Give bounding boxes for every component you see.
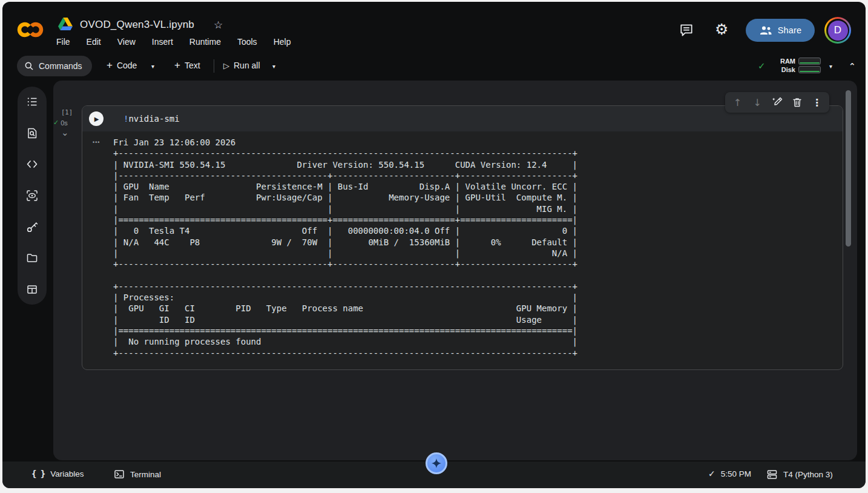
output-options-icon[interactable]: ••• bbox=[93, 139, 100, 145]
gemini-button[interactable] bbox=[426, 452, 447, 474]
code-text: nvidia-smi bbox=[128, 114, 179, 124]
code-snippets-icon[interactable] bbox=[25, 157, 39, 171]
saved-check-icon: ✓ bbox=[708, 469, 715, 478]
code-cell: ▶ !nvidia-smi ••• Fri Jan 23 12:06:00 20… bbox=[82, 105, 843, 370]
notebook-title[interactable]: OVOD_Qwen3-VL.ipynb bbox=[80, 19, 194, 31]
execution-time: 0s bbox=[61, 119, 68, 127]
ram-label: RAM bbox=[778, 58, 795, 65]
menu-insert[interactable]: Insert bbox=[152, 37, 173, 47]
play-icon: ▶ bbox=[94, 116, 99, 122]
gemini-spark-icon bbox=[431, 458, 442, 469]
connected-check-icon: ✓ bbox=[758, 61, 766, 71]
execution-status: ✓ 0s bbox=[53, 119, 68, 127]
collapse-output-icon[interactable]: ⌄ bbox=[61, 127, 69, 138]
add-text-button[interactable]: + Text bbox=[174, 61, 200, 70]
run-all-caret-icon[interactable]: ▾ bbox=[272, 63, 275, 70]
success-check-icon: ✓ bbox=[53, 119, 59, 127]
menu-file[interactable]: File bbox=[56, 37, 70, 47]
colab-logo[interactable] bbox=[16, 17, 44, 42]
search-icon bbox=[24, 61, 34, 71]
secrets-key-icon[interactable] bbox=[25, 220, 39, 234]
settings-gear-icon[interactable]: ⚙ bbox=[715, 22, 728, 37]
runtime-selector[interactable]: T4 (Python 3) bbox=[766, 469, 833, 480]
resources-indicator[interactable]: RAM Disk bbox=[778, 58, 821, 73]
code-line[interactable]: !nvidia-smi bbox=[123, 114, 180, 124]
resources-caret-icon[interactable]: ▾ bbox=[829, 63, 832, 70]
menu-help[interactable]: Help bbox=[274, 37, 291, 47]
star-icon[interactable]: ☆ bbox=[214, 19, 223, 31]
disk-label: Disk bbox=[778, 66, 795, 73]
disk-meter bbox=[798, 66, 821, 73]
add-code-button[interactable]: + Code bbox=[107, 61, 137, 70]
execution-count: [1] bbox=[61, 108, 73, 116]
toolbar-divider bbox=[214, 59, 214, 73]
run-cell-button[interactable]: ▶ bbox=[89, 111, 104, 126]
move-cell-down-icon[interactable]: ↓ bbox=[749, 97, 765, 108]
add-code-caret-icon[interactable]: ▾ bbox=[151, 63, 154, 70]
commands-button[interactable]: Commands bbox=[17, 56, 92, 76]
comments-icon[interactable] bbox=[679, 22, 694, 38]
move-cell-up-icon[interactable]: ↑ bbox=[729, 97, 745, 108]
left-sidebar bbox=[18, 87, 47, 305]
data-table-icon[interactable] bbox=[25, 283, 39, 296]
menu-bar: File Edit View Insert Runtime Tools Help bbox=[56, 37, 291, 47]
plus-icon: + bbox=[174, 61, 180, 70]
saved-status: ✓ 5:50 PM bbox=[708, 469, 751, 478]
vertical-scrollbar[interactable] bbox=[846, 90, 851, 247]
share-button[interactable]: Share bbox=[746, 19, 815, 42]
menu-tools[interactable]: Tools bbox=[237, 37, 257, 47]
files-folder-icon[interactable] bbox=[25, 251, 39, 265]
variables-button[interactable]: { } Variables bbox=[31, 469, 84, 478]
colab-window: OVOD_Qwen3-VL.ipynb ☆ File Edit View Ins… bbox=[2, 2, 866, 488]
run-all-button[interactable]: ▷ Run all bbox=[223, 61, 260, 70]
collapse-header-icon[interactable]: ⌃ bbox=[849, 61, 856, 71]
terminal-icon bbox=[114, 469, 125, 480]
edit-with-ai-icon[interactable] bbox=[769, 96, 785, 108]
ram-meter bbox=[798, 58, 821, 65]
find-replace-icon[interactable] bbox=[25, 127, 39, 140]
eye-scan-icon[interactable] bbox=[25, 189, 39, 202]
delete-cell-icon[interactable] bbox=[789, 97, 805, 108]
people-icon bbox=[759, 25, 772, 35]
drive-icon bbox=[58, 18, 73, 30]
terminal-button[interactable]: Terminal bbox=[114, 469, 161, 480]
cell-more-options-icon[interactable]: ⋮ bbox=[809, 97, 825, 108]
braces-icon: { } bbox=[31, 469, 45, 478]
table-of-contents-icon[interactable] bbox=[25, 95, 39, 108]
avatar-letter: D bbox=[828, 21, 848, 41]
menu-view[interactable]: View bbox=[117, 37, 136, 47]
run-icon: ▷ bbox=[223, 61, 229, 70]
runtime-label: T4 (Python 3) bbox=[783, 470, 833, 479]
cell-toolbar: ↑ ↓ ⋮ bbox=[725, 92, 829, 113]
menu-edit[interactable]: Edit bbox=[87, 37, 101, 47]
last-saved-time: 5:50 PM bbox=[721, 469, 751, 478]
commands-label: Commands bbox=[39, 61, 82, 71]
menu-runtime[interactable]: Runtime bbox=[189, 37, 221, 47]
runtime-server-icon bbox=[766, 469, 778, 480]
cell-output: Fri Jan 23 12:06:00 2026 +--------------… bbox=[113, 137, 577, 359]
avatar[interactable]: D bbox=[824, 17, 851, 44]
plus-icon: + bbox=[107, 61, 113, 70]
share-label: Share bbox=[778, 25, 802, 35]
